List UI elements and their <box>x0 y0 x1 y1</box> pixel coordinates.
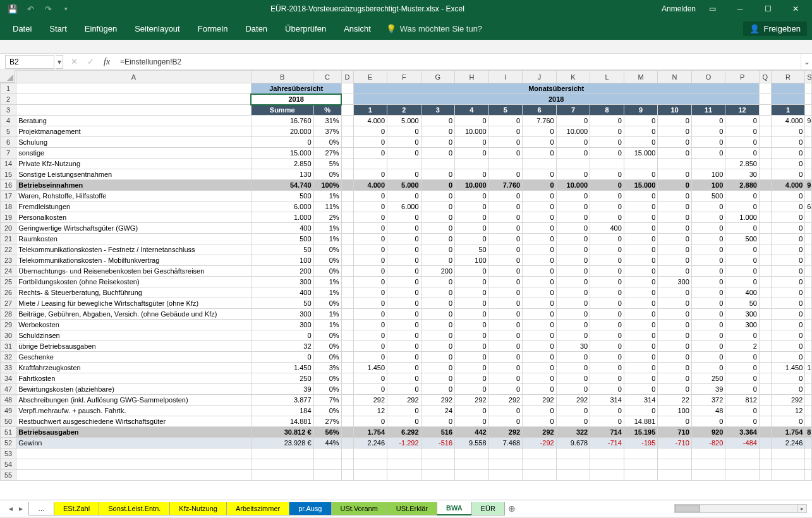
cell-m9-47[interactable]: 0 <box>624 384 658 395</box>
cell-m5-17[interactable]: 0 <box>488 191 523 202</box>
cell-m6-4[interactable]: 7.760 <box>523 116 557 126</box>
sheet-tab-Sonst.Leist.Entn.[interactable]: Sonst.Leist.Entn. <box>99 502 170 515</box>
cell-sum-5[interactable]: 20.000 <box>251 126 313 137</box>
cell-m1-55[interactable] <box>353 470 387 481</box>
cell-sum-49[interactable]: 184 <box>251 406 313 416</box>
cell-m7-33[interactable]: 0 <box>556 363 590 373</box>
cell-label-16[interactable]: Betriebseinnahmen <box>16 180 251 191</box>
cell-m12-29[interactable]: 300 <box>725 320 760 330</box>
cell-m11-31[interactable]: 0 <box>691 341 725 352</box>
sheet-tab-ESt.Zahl[interactable]: ESt.Zahl <box>54 502 99 515</box>
cell-m8-52[interactable]: -714 <box>590 438 624 449</box>
cell-m10-30[interactable]: 0 <box>658 330 692 341</box>
sheet-tab-USt.Voranm[interactable]: USt.Voranm <box>331 502 387 515</box>
col-header-K[interactable]: K <box>556 71 590 83</box>
cell-m12-54[interactable] <box>725 459 760 470</box>
cell-pct-47[interactable]: 0% <box>313 384 341 395</box>
cell-m4-49[interactable]: 0 <box>455 406 489 416</box>
cell-m3-16[interactable]: 0 <box>421 180 455 191</box>
cell-r-33[interactable]: 1.450 <box>771 363 805 373</box>
cell-m8-19[interactable]: 0 <box>590 212 624 223</box>
cell-r-21[interactable]: 0 <box>771 234 805 244</box>
cell-m11-52[interactable]: -820 <box>691 438 725 449</box>
cell-label-5[interactable]: Projektmanagement <box>16 126 251 137</box>
cell-m6-34[interactable]: 0 <box>523 373 557 384</box>
cell-m4-23[interactable]: 100 <box>455 255 489 266</box>
cell-m9-33[interactable]: 0 <box>624 363 658 373</box>
cell-m10-16[interactable]: 0 <box>658 180 692 191</box>
name-box[interactable]: B2 <box>5 55 54 69</box>
cell-r-29[interactable]: 0 <box>771 320 805 330</box>
cell-m9-50[interactable]: 14.881 <box>624 416 658 427</box>
cell-m8-7[interactable]: 0 <box>590 148 624 159</box>
cell-pct-6[interactable]: 0% <box>313 137 341 148</box>
cell-m3-5[interactable]: 0 <box>421 126 455 137</box>
formula-expand-icon[interactable]: ⌄ <box>801 54 812 69</box>
row-header-29[interactable]: 29 <box>1 320 16 330</box>
cell-m9-21[interactable]: 0 <box>624 234 658 244</box>
tab-ueberpruefen[interactable]: Überprüfen <box>277 20 334 37</box>
cell-m5-16[interactable]: 7.760 <box>488 180 523 191</box>
cell-label-50[interactable]: Restbuchwert ausgeschiedene Wirtschaftsg… <box>16 416 251 427</box>
cell-r-4[interactable]: 4.000 <box>771 116 805 126</box>
cell-m4-33[interactable]: 0 <box>455 363 489 373</box>
cell-label-24[interactable]: Übernachtungs- und Reisenebenkosten bei … <box>16 266 251 277</box>
cell-m7-21[interactable]: 0 <box>556 234 590 244</box>
cell-pct-23[interactable]: 0% <box>313 255 341 266</box>
cell-m10-50[interactable]: 0 <box>658 416 692 427</box>
cell-m10-18[interactable]: 0 <box>658 202 692 212</box>
cell-m3-52[interactable]: -516 <box>421 438 455 449</box>
col-header-H[interactable]: H <box>455 71 489 83</box>
cell-m11-28[interactable]: 0 <box>691 309 725 320</box>
cell-pct-17[interactable]: 1% <box>313 191 341 202</box>
cell-m10-22[interactable]: 0 <box>658 244 692 255</box>
cell-m1-22[interactable]: 0 <box>353 244 387 255</box>
cell-m5-32[interactable]: 0 <box>488 352 523 363</box>
cell-m12-33[interactable]: 0 <box>725 363 760 373</box>
cell-m3-4[interactable]: 0 <box>421 116 455 126</box>
row-header-27[interactable]: 27 <box>1 298 16 309</box>
cell-pct-21[interactable]: 1% <box>313 234 341 244</box>
cell-m1-52[interactable]: 2.246 <box>353 438 387 449</box>
cell-m9-29[interactable]: 0 <box>624 320 658 330</box>
cell-sum-15[interactable]: 130 <box>251 169 313 180</box>
cell-m10-24[interactable]: 0 <box>658 266 692 277</box>
cell-pct-4[interactable]: 31% <box>313 116 341 126</box>
cell-pct-18[interactable]: 11% <box>313 202 341 212</box>
cell-m7-6[interactable]: 0 <box>556 137 590 148</box>
cell-m9-23[interactable]: 0 <box>624 255 658 266</box>
cell-m11-51[interactable]: 920 <box>691 427 725 438</box>
cell-m3-6[interactable]: 0 <box>421 137 455 148</box>
cell-m1-19[interactable]: 0 <box>353 212 387 223</box>
cell-sum-22[interactable]: 50 <box>251 244 313 255</box>
cell-m9-30[interactable]: 0 <box>624 330 658 341</box>
cell-m11-47[interactable]: 39 <box>691 384 725 395</box>
cell-m8-33[interactable]: 0 <box>590 363 624 373</box>
cell-sum-18[interactable]: 6.000 <box>251 202 313 212</box>
cell-m2-50[interactable]: 0 <box>387 416 421 427</box>
cell-m9-14[interactable] <box>624 159 658 169</box>
cell-m12-14[interactable]: 2.850 <box>725 159 760 169</box>
save-icon[interactable]: 💾 <box>5 1 20 16</box>
sheet-tab-…[interactable]: … <box>28 502 54 515</box>
cell-m9-5[interactable]: 0 <box>624 126 658 137</box>
cell-m5-51[interactable]: 292 <box>488 427 523 438</box>
cell-m12-51[interactable]: 3.364 <box>725 427 760 438</box>
cell-m9-22[interactable]: 0 <box>624 244 658 255</box>
row-header-33[interactable]: 33 <box>1 363 16 373</box>
cell-m5-6[interactable]: 0 <box>488 137 523 148</box>
cell-m3-33[interactable]: 0 <box>421 363 455 373</box>
cell-label-28[interactable]: Beiträge, Gebühren, Abgaben, Versich. (o… <box>16 309 251 320</box>
cell-m11-26[interactable]: 0 <box>691 287 725 298</box>
cell-m7-14[interactable] <box>556 159 590 169</box>
cell-m1-47[interactable]: 0 <box>353 384 387 395</box>
cell-m2-33[interactable]: 0 <box>387 363 421 373</box>
cell-label-4[interactable]: Beratung <box>16 116 251 126</box>
cell-pct-28[interactable]: 1% <box>313 309 341 320</box>
cell-m7-31[interactable]: 30 <box>556 341 590 352</box>
cell-m12-50[interactable]: 0 <box>725 416 760 427</box>
row-header-22[interactable]: 22 <box>1 244 16 255</box>
cell-r-7[interactable]: 0 <box>771 148 805 159</box>
cell-m2-22[interactable]: 0 <box>387 244 421 255</box>
cell-m11-22[interactable]: 0 <box>691 244 725 255</box>
